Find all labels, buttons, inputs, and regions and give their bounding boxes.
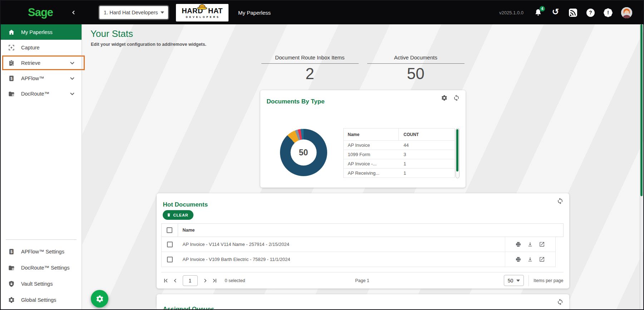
card-actions [557,198,564,204]
clear-button[interactable]: CLEAR [163,210,194,220]
open-in-new-icon[interactable] [539,256,545,262]
sage-logo: Sage [28,6,53,19]
docroute-settings-icon [8,264,15,271]
page-size-controls: 50 Items per page [504,275,563,286]
table-scrollbar[interactable] [456,128,459,178]
sidebar-item-vault-settings[interactable]: Vault Settings [1,276,82,292]
page-scrollbar-thumb[interactable] [640,24,643,196]
apflow-settings-icon: $ [8,248,15,255]
notifications-button[interactable]: 4 [534,8,542,17]
history-icon: ↺ [552,8,559,16]
history-button[interactable]: ↺ [551,8,560,17]
sidebar-item-retrieve[interactable]: Retrieve [1,55,82,71]
page-size-select[interactable]: 50 [504,275,524,286]
user-avatar[interactable] [621,7,632,18]
topbar-actions: v2025.1.0.0 4 ↺ ? ! [499,7,632,18]
sidebar-item-global-settings[interactable]: Global Settings [1,292,82,308]
chevron-down-icon [69,75,76,82]
stat-label: Document Route Inbox Items [261,54,359,64]
gear-icon [8,296,15,304]
sidebar-item-docroute-settings[interactable]: DocRoute™ Settings [1,260,82,276]
chevron-left-icon [71,10,77,15]
sidebar-item-label: Vault Settings [21,281,53,287]
feed-button[interactable] [569,8,577,17]
client-logo-subtext: DEVELOPERS [185,16,220,18]
page-number-input[interactable]: 1 [183,275,198,286]
sidebar-item-apflow-settings[interactable]: $ APFlow™ Settings [1,243,82,260]
sidebar: My Paperless Capture Retrieve $ APFlow™ … [1,24,82,309]
chevron-down-icon [69,59,76,67]
previous-page-button[interactable] [171,276,180,285]
stat-label: Active Documents [367,54,464,64]
sidebar-item-label: Global Settings [21,297,56,303]
page-scrollbar[interactable] [640,24,643,309]
refresh-icon[interactable] [453,95,460,101]
column-header-name[interactable]: Name [344,129,399,140]
chevron-left-icon [172,277,178,284]
card-title: Hot Documents [163,201,208,208]
stat-value: 2 [261,65,359,83]
table-row[interactable]: AP Invoice - V109 Barth Electric - 75829… [162,252,555,267]
sidebar-item-my-paperless[interactable]: My Paperless [1,24,82,40]
table-header-row: Name COUNT [344,129,454,141]
open-in-new-icon[interactable] [539,241,545,247]
print-icon[interactable] [515,256,521,262]
documents-by-type-card: Documents By Type 50 Name COUNT AP Invoi… [260,90,466,188]
table-row[interactable]: AP Receiving... 1 [344,169,454,178]
download-icon[interactable] [527,241,533,247]
documents-by-type-table: Name COUNT AP Invoice 44 1099 Form 3 AP … [343,128,455,178]
select-all-cell [162,224,178,237]
capture-icon [8,44,15,51]
apflow-icon: $ [8,75,15,82]
page-label: Page 1 [355,278,369,283]
sidebar-item-docroute[interactable]: DocRoute™ [1,86,82,101]
sidebar-item-label: APFlow™ Settings [21,249,64,255]
row-checkbox[interactable] [167,242,173,247]
company-selector[interactable]: 1. Hard Hat Developers [99,6,168,19]
row-checkbox[interactable] [167,257,173,262]
documents-by-type-chart: 50 [280,129,327,176]
download-icon[interactable] [527,256,533,262]
company-selector-value: 1. Hard Hat Developers [104,10,158,15]
column-header-count[interactable]: COUNT [399,132,454,137]
last-page-button[interactable] [210,276,219,285]
table-scrollbar-thumb[interactable] [456,129,458,171]
widget-settings-gear-icon[interactable] [441,95,448,101]
table-row[interactable]: AP Invoice -... 1 [344,159,454,169]
home-icon [8,29,15,36]
docroute-icon [8,90,15,97]
hot-documents-card: Hot Documents CLEAR Name AP In [157,193,569,289]
sidebar-item-capture[interactable]: Capture [1,40,82,55]
gear-icon [95,295,104,303]
refresh-icon[interactable] [557,198,564,204]
trash-icon [167,213,171,217]
first-page-button[interactable] [161,276,171,285]
table-row[interactable]: AP Invoice 44 [344,141,454,150]
hard-hat-icon [196,3,208,11]
refresh-icon[interactable] [557,299,564,305]
first-page-icon [163,277,169,284]
sidebar-item-label: My Paperless [21,29,53,35]
table-header-row: Name [161,223,564,237]
select-all-checkbox[interactable] [167,227,172,233]
donut-center-value: 50 [290,140,316,166]
selected-count: 0 selected [225,278,245,283]
sidebar-item-apflow[interactable]: $ APFlow™ [1,71,82,86]
sidebar-collapse-button[interactable] [69,8,78,17]
version-label: v2025.1.0.0 [499,10,523,15]
widget-settings-fab[interactable] [91,290,108,307]
alerts-button[interactable]: ! [604,8,613,17]
print-icon[interactable] [515,241,521,247]
svg-text:$: $ [10,76,13,80]
client-logo: HARD HAT DEVELOPERS [176,4,228,21]
page-size-value: 50 [508,278,513,284]
table-row[interactable]: 1099 Form 3 [344,150,454,159]
help-button[interactable]: ? [586,8,595,17]
stats-row: Document Route Inbox Items 2 Active Docu… [261,54,464,83]
notification-badge: 4 [539,6,545,12]
column-header-name[interactable]: Name [178,224,195,237]
hot-documents-table: Name AP Invoice - V114 V114 Name - 25791… [161,223,564,267]
page-subheading: Edit your widget configuration to add/re… [91,42,206,47]
next-page-button[interactable] [201,276,210,285]
table-row[interactable]: AP Invoice - V114 V114 Name - 257914 - 2… [162,237,555,252]
